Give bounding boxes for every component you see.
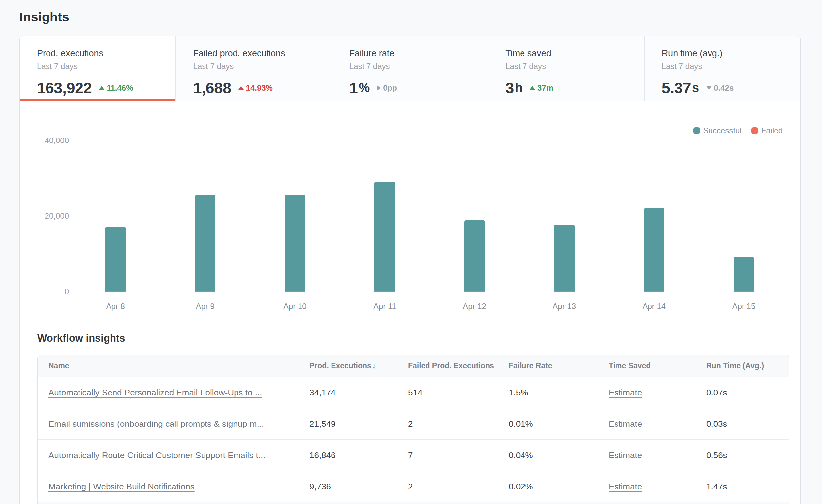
- arrow-right-icon: [377, 85, 381, 91]
- workflow-name-link[interactable]: Automatically Route Critical Customer Su…: [48, 450, 265, 460]
- prod-executions-cell: 34,174: [309, 388, 408, 398]
- metric-tab-value: 1: [349, 79, 358, 97]
- bar-apr-15[interactable]: [734, 257, 754, 292]
- bar-segment-successful: [374, 182, 395, 291]
- bar-segment-successful: [464, 220, 485, 291]
- column-header-failure-rate[interactable]: Failure Rate: [509, 362, 608, 371]
- estimate-link[interactable]: Estimate: [608, 450, 642, 460]
- bar-slot-apr-14: [609, 140, 699, 292]
- metric-tab-value: 163,922: [37, 79, 92, 97]
- arrow-up-icon: [239, 86, 244, 90]
- failed-prod-executions-cell: 2: [408, 419, 509, 429]
- failed-prod-executions-cell: 514: [408, 388, 509, 398]
- metric-tab-delta-text: 11.46%: [106, 83, 133, 93]
- bar-apr-12[interactable]: [464, 220, 485, 292]
- bar-apr-8[interactable]: [105, 226, 126, 292]
- metric-tab-title: Failure rate: [349, 48, 488, 59]
- x-axis-tick: Apr 11: [340, 302, 429, 311]
- y-axis-tick: 40,000: [26, 136, 69, 145]
- x-axis-tick: Apr 14: [609, 302, 699, 311]
- metric-tab-delta: 0pp: [377, 83, 397, 93]
- metric-tab-period: Last 7 days: [37, 62, 175, 71]
- metric-tab-value-row: 3h37m: [505, 79, 644, 97]
- column-header-name[interactable]: Name: [38, 362, 309, 371]
- column-header-time-saved[interactable]: Time Saved: [608, 362, 706, 371]
- metric-tab-value-row: 1,68814.93%: [193, 79, 332, 97]
- metric-tab-value: 5.37: [662, 79, 691, 97]
- bar-segment-successful: [644, 208, 664, 291]
- legend-swatch-icon: [693, 127, 700, 134]
- x-axis-tick: Apr 13: [519, 302, 609, 311]
- bar-segment-successful: [285, 194, 305, 291]
- metric-tab-delta: 37m: [530, 83, 553, 93]
- metric-tab-5[interactable]: Run time (avg.)Last 7 days5.37s0.42s: [645, 36, 800, 101]
- metric-tab-2[interactable]: Failed prod. executionsLast 7 days1,6881…: [176, 36, 332, 101]
- column-header-run-time-avg[interactable]: Run Time (Avg.): [706, 362, 789, 371]
- chart-legend: SuccessfulFailed: [693, 126, 783, 135]
- bar-segment-failed: [644, 291, 664, 292]
- bar-apr-14[interactable]: [644, 208, 664, 292]
- y-axis-tick: 0: [26, 287, 69, 296]
- metric-tab-title: Run time (avg.): [662, 48, 800, 59]
- workflow-name-link[interactable]: Automatically Send Personalized Email Fo…: [48, 388, 262, 398]
- insights-panel: Prod. executionsLast 7 days163,92211.46%…: [19, 36, 801, 504]
- column-header-prod-executions[interactable]: Prod. Executions↓: [309, 362, 408, 371]
- workflow-name-cell: Marketing | Website Build Notifications: [38, 482, 309, 492]
- bar-apr-11[interactable]: [374, 182, 395, 292]
- legend-item-failed[interactable]: Failed: [751, 126, 783, 135]
- run-time-cell: 0.03s: [706, 419, 789, 429]
- metric-tab-4[interactable]: Time savedLast 7 days3h37m: [488, 36, 644, 101]
- bar-segment-failed: [374, 291, 395, 292]
- estimate-link[interactable]: Estimate: [608, 388, 642, 398]
- active-tab-underline: [20, 99, 175, 101]
- legend-label: Failed: [761, 126, 783, 135]
- bar-slot-apr-15: [699, 140, 789, 292]
- bar-apr-13[interactable]: [554, 224, 574, 292]
- bar-segment-failed: [105, 291, 126, 292]
- bar-apr-9[interactable]: [195, 195, 216, 292]
- arrow-down-icon: [706, 86, 712, 90]
- table-row: Email sumissions (onboarding call prompt…: [38, 408, 789, 440]
- metric-tab-delta-text: 14.93%: [246, 83, 273, 93]
- workflow-insights-heading: Workflow insights: [37, 333, 125, 344]
- column-header-label: Time Saved: [608, 362, 651, 370]
- metric-tab-1[interactable]: Prod. executionsLast 7 days163,92211.46%: [20, 36, 176, 101]
- bar-slot-apr-10: [250, 140, 340, 292]
- bar-segment-failed: [734, 291, 754, 292]
- bar-segment-failed: [464, 291, 485, 292]
- executions-bar-chart: [71, 140, 789, 292]
- chart-x-axis: Apr 8Apr 9Apr 10Apr 11Apr 12Apr 13Apr 14…: [71, 302, 789, 311]
- legend-swatch-icon: [751, 127, 758, 134]
- run-time-cell: 0.56s: [706, 450, 789, 460]
- time-saved-cell: Estimate: [608, 419, 706, 429]
- metric-tabs: Prod. executionsLast 7 days163,92211.46%…: [20, 36, 800, 101]
- estimate-link[interactable]: Estimate: [608, 419, 642, 429]
- bar-slot-apr-11: [340, 140, 429, 292]
- failure-rate-cell: 0.04%: [509, 450, 608, 460]
- metric-tab-value: 1,688: [193, 79, 231, 97]
- workflow-name-cell: Automatically Send Personalized Email Fo…: [38, 388, 309, 398]
- bar-slot-apr-13: [519, 140, 609, 292]
- estimate-link[interactable]: Estimate: [608, 482, 642, 491]
- x-axis-tick: Apr 10: [250, 302, 340, 311]
- metric-tab-period: Last 7 days: [505, 62, 644, 71]
- bar-apr-10[interactable]: [285, 194, 305, 292]
- legend-item-successful[interactable]: Successful: [693, 126, 742, 135]
- metric-tab-3[interactable]: Failure rateLast 7 days1%0pp: [332, 36, 488, 101]
- bar-segment-successful: [195, 195, 216, 291]
- metric-tab-title: Time saved: [505, 48, 644, 59]
- arrow-up-icon: [99, 86, 104, 90]
- run-time-cell: 0.07s: [706, 388, 789, 398]
- workflow-name-link[interactable]: Marketing | Website Build Notifications: [48, 482, 194, 491]
- workflow-name-link[interactable]: Email sumissions (onboarding call prompt…: [48, 419, 264, 429]
- x-axis-tick: Apr 15: [699, 302, 789, 311]
- x-axis-tick: Apr 8: [71, 302, 160, 311]
- time-saved-cell: Estimate: [608, 450, 706, 460]
- column-header-failed-prod-executions[interactable]: Failed Prod. Executions: [408, 362, 509, 371]
- metric-tab-unit: h: [515, 81, 522, 95]
- table-row: Automatically Send Personalized Email Fo…: [38, 377, 789, 408]
- metric-tab-delta: 14.93%: [239, 83, 273, 93]
- x-axis-tick: Apr 12: [430, 302, 519, 311]
- table-row: Marketing | Website Build Notifications9…: [38, 471, 789, 502]
- arrow-up-icon: [530, 86, 535, 90]
